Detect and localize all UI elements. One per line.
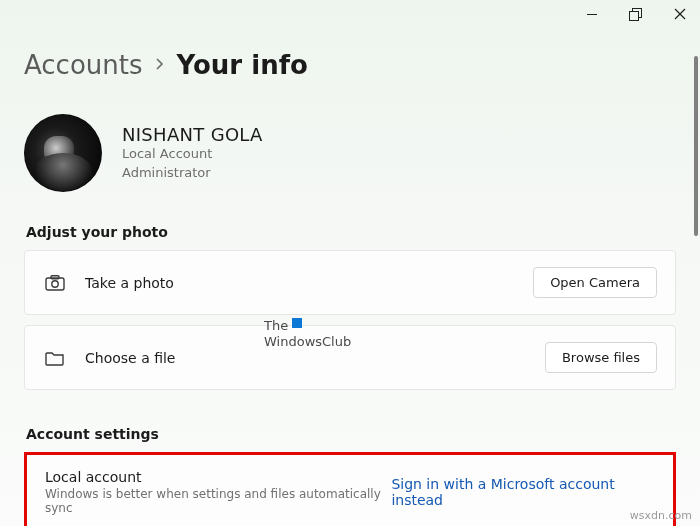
window-controls (584, 6, 688, 22)
open-camera-button[interactable]: Open Camera (533, 267, 657, 298)
local-account-title: Local account (45, 469, 391, 485)
section-title-photo: Adjust your photo (26, 224, 676, 240)
profile-account-type: Local Account (122, 145, 263, 163)
profile-role: Administrator (122, 164, 263, 182)
folder-icon (43, 350, 67, 366)
close-button[interactable] (672, 6, 688, 22)
camera-icon (43, 275, 67, 291)
svg-point-3 (52, 280, 58, 286)
profile-header: NISHANT GOLA Local Account Administrator (24, 114, 676, 192)
highlight-annotation: Local account Windows is better when set… (24, 452, 676, 526)
browse-files-button[interactable]: Browse files (545, 342, 657, 373)
minimize-button[interactable] (584, 6, 600, 22)
choose-file-label: Choose a file (85, 350, 176, 366)
local-account-desc: Windows is better when settings and file… (45, 487, 391, 515)
sign-in-microsoft-link[interactable]: Sign in with a Microsoft account instead (391, 476, 655, 508)
row-take-photo: Take a photo Open Camera (24, 250, 676, 315)
row-choose-file: Choose a file Browse files (24, 325, 676, 390)
breadcrumb-parent[interactable]: Accounts (24, 50, 143, 80)
source-credit: wsxdn.com (630, 509, 692, 522)
avatar (24, 114, 102, 192)
profile-name: NISHANT GOLA (122, 124, 263, 145)
row-local-account: Local account Windows is better when set… (27, 455, 673, 526)
scrollbar-thumb[interactable] (694, 56, 698, 236)
svg-rect-2 (46, 278, 64, 290)
breadcrumb: Accounts Your info (24, 50, 676, 80)
svg-rect-4 (51, 275, 59, 278)
page-title: Your info (177, 50, 308, 80)
take-photo-label: Take a photo (85, 275, 174, 291)
chevron-right-icon (155, 56, 165, 75)
maximize-button[interactable] (628, 6, 644, 22)
section-title-account-settings: Account settings (26, 426, 676, 442)
